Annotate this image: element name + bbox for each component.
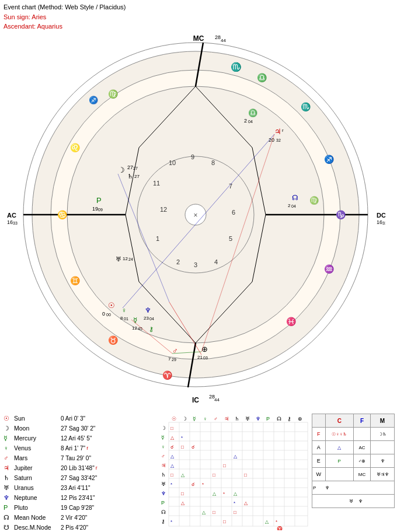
cfm-f-e: ♂⊕ bbox=[353, 454, 370, 468]
cfm-c-f: ☉♀♀♄ bbox=[325, 428, 353, 441]
svg-text:♀: ♀ bbox=[203, 416, 207, 422]
svg-text:□: □ bbox=[223, 463, 226, 468]
cfm-row-e: E P ♂⊕ ♆ bbox=[312, 454, 395, 468]
svg-text:♀: ♀ bbox=[161, 444, 165, 450]
neptune-symbol: ♆ bbox=[4, 493, 14, 503]
cfm-row-w: W MC ♅♃♆ bbox=[312, 468, 395, 481]
svg-text:♏: ♏ bbox=[301, 102, 311, 112]
planet-pos-saturn: 27 Sag 33'42" bbox=[61, 473, 97, 483]
svg-text:□: □ bbox=[181, 491, 184, 496]
svg-text:♆: ♆ bbox=[256, 416, 260, 422]
svg-text:△: △ bbox=[170, 435, 175, 440]
svg-text:☌: ☌ bbox=[170, 444, 173, 450]
svg-text:△: △ bbox=[202, 510, 206, 515]
svg-text:*: * bbox=[170, 482, 172, 487]
svg-text:27: 27 bbox=[134, 174, 140, 179]
cfm-m-a bbox=[371, 441, 395, 454]
svg-text:□: □ bbox=[213, 510, 215, 515]
svg-text:5: 5 bbox=[229, 235, 232, 242]
svg-text:0: 0 bbox=[102, 311, 105, 317]
cfm-extra: ♅ ♆ bbox=[312, 495, 395, 508]
cfm-header-empty bbox=[312, 414, 326, 428]
cfm-row-extra: ♅ ♆ bbox=[312, 495, 395, 508]
svg-text:♌: ♌ bbox=[70, 143, 81, 153]
svg-text:P: P bbox=[96, 196, 102, 205]
svg-text:2: 2 bbox=[176, 258, 180, 265]
svg-text:8: 8 bbox=[120, 316, 123, 321]
planet-row-jupiter: ♃ Jupiter 20 Lib 31'48" r bbox=[4, 463, 154, 473]
svg-text:12: 12 bbox=[123, 256, 128, 261]
svg-text:☿: ☿ bbox=[193, 416, 196, 422]
svg-text:27: 27 bbox=[133, 166, 138, 170]
saturn-symbol: ♄ bbox=[4, 473, 14, 483]
venus-retrograde: r bbox=[86, 443, 88, 453]
svg-text:10: 10 bbox=[169, 159, 176, 166]
cfm-header-c: C bbox=[325, 414, 353, 428]
svg-text:4: 4 bbox=[214, 258, 218, 265]
planet-row-neptune: ♆ Neptune 12 Pis 23'41" bbox=[4, 493, 154, 503]
svg-text:△: △ bbox=[265, 519, 269, 524]
planet-name-moon: Moon bbox=[14, 424, 61, 433]
svg-text:8: 8 bbox=[211, 159, 215, 166]
planet-name-mercury: Mercury bbox=[14, 433, 61, 443]
svg-text:☿: ☿ bbox=[161, 435, 165, 440]
svg-text:28: 28 bbox=[215, 34, 221, 40]
svg-text:□: □ bbox=[170, 473, 173, 478]
mars-symbol: ♂ bbox=[4, 453, 14, 463]
svg-text:♂: ♂ bbox=[161, 453, 165, 459]
svg-text:6: 6 bbox=[232, 209, 235, 216]
svg-text:1: 1 bbox=[156, 235, 159, 242]
planet-row-saturn: ♄ Saturn 27 Sag 33'42" bbox=[4, 473, 154, 483]
svg-text:16: 16 bbox=[377, 219, 382, 225]
svg-text:00: 00 bbox=[106, 313, 111, 317]
cfm-c-w bbox=[325, 468, 353, 481]
svg-text:12: 12 bbox=[160, 206, 167, 213]
planet-row-moon: ☽ Moon 27 Sag 30' 2" bbox=[4, 424, 154, 433]
svg-text:33: 33 bbox=[13, 221, 18, 225]
cfm-label-w: W bbox=[312, 468, 326, 481]
planet-name-meannode: Mean Node bbox=[14, 513, 61, 523]
planet-row-mercury: ☿ Mercury 12 Ari 45' 5" bbox=[4, 433, 154, 443]
svg-text:♃: ♃ bbox=[224, 416, 229, 422]
svg-text:□: □ bbox=[170, 426, 173, 431]
svg-text:♋: ♋ bbox=[57, 210, 68, 220]
svg-text:*: * bbox=[202, 482, 204, 487]
svg-text:♐: ♐ bbox=[89, 95, 99, 105]
svg-text:♑: ♑ bbox=[336, 210, 346, 220]
svg-text:⚷: ⚷ bbox=[161, 519, 165, 524]
svg-text:△: △ bbox=[213, 491, 217, 496]
svg-text:♅: ♅ bbox=[245, 416, 250, 422]
svg-text:*: * bbox=[276, 519, 277, 524]
svg-text:♀: ♀ bbox=[121, 306, 127, 314]
planet-pos-descnode: 2 Pis 4'20" bbox=[61, 523, 88, 532]
chart-svg: × 12 11 10 9 8 bbox=[6, 34, 385, 407]
svg-text:04: 04 bbox=[248, 120, 253, 124]
svg-text:01: 01 bbox=[124, 317, 128, 321]
svg-text:□: □ bbox=[244, 473, 247, 478]
planet-pos-venus: 8 Ari 1' 7" bbox=[61, 443, 85, 453]
svg-text:IC: IC bbox=[192, 396, 199, 404]
planet-pos-mars: 7 Tau 29' 0" bbox=[61, 453, 91, 463]
svg-text:△: △ bbox=[170, 463, 175, 468]
planet-name-mars: Mars bbox=[14, 453, 61, 463]
planet-pos-jupiter: 20 Lib 31'48" bbox=[61, 463, 95, 473]
svg-text:*: * bbox=[234, 501, 235, 506]
cfm-label-f: F bbox=[312, 428, 326, 441]
planet-name-neptune: Neptune bbox=[14, 493, 61, 503]
svg-text:△: △ bbox=[234, 491, 238, 496]
chart-title: Event chart (Method: Web Style / Placidu… bbox=[4, 2, 126, 12]
planet-row-meannode: ☊ Mean Node 2 Vir 4'20" bbox=[4, 513, 154, 523]
jupiter-retrograde: r bbox=[96, 463, 97, 473]
svg-text:♅: ♅ bbox=[161, 481, 166, 487]
mercury-symbol: ☿ bbox=[4, 433, 14, 443]
svg-text:MC: MC bbox=[193, 34, 204, 43]
svg-text:♃: ♃ bbox=[161, 463, 166, 468]
cfm-row-p: P ♆ bbox=[312, 481, 395, 495]
svg-text:♉: ♉ bbox=[108, 335, 119, 345]
chart-header: Event chart (Method: Web Style / Placidu… bbox=[4, 2, 126, 32]
svg-text:♍: ♍ bbox=[309, 195, 319, 205]
planet-pos-meannode: 2 Vir 4'20" bbox=[61, 513, 87, 523]
ascendant-label: Ascendant: Aquarius bbox=[4, 22, 126, 32]
data-section: ☉ Sun 0 Ari 0' 3" ☽ Moon 27 Sag 30' 2" ☿… bbox=[0, 411, 397, 532]
planet-row-sun: ☉ Sun 0 Ari 0' 3" bbox=[4, 414, 154, 424]
